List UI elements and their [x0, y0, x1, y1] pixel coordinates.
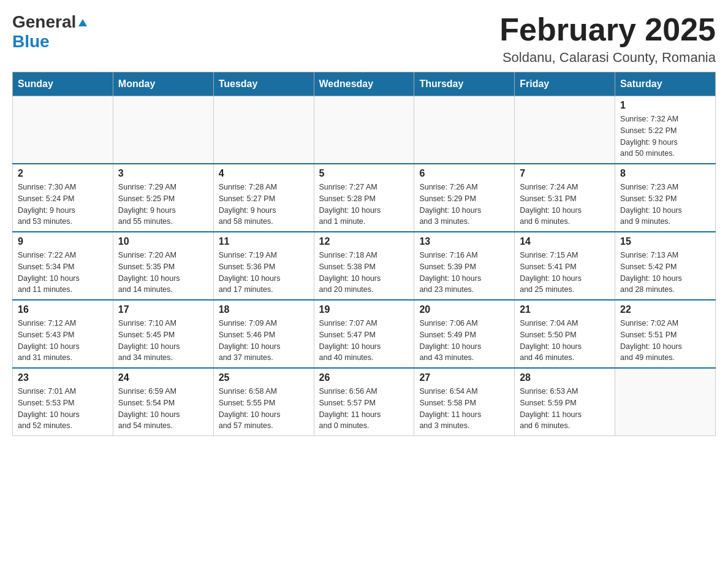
calendar-week-row: 2Sunrise: 7:30 AM Sunset: 5:24 PM Daylig…: [13, 164, 716, 232]
day-info: Sunrise: 7:20 AM Sunset: 5:35 PM Dayligh…: [118, 250, 208, 296]
day-number: 26: [319, 372, 409, 383]
day-number: 4: [219, 168, 309, 179]
weekday-header-friday: Friday: [515, 72, 615, 96]
logo-triangle-icon: [77, 17, 88, 28]
day-info: Sunrise: 7:15 AM Sunset: 5:41 PM Dayligh…: [520, 250, 610, 296]
day-info: Sunrise: 7:22 AM Sunset: 5:34 PM Dayligh…: [18, 250, 108, 296]
calendar-cell: 24Sunrise: 6:59 AM Sunset: 5:54 PM Dayli…: [113, 368, 213, 436]
day-number: 9: [18, 236, 108, 247]
calendar-cell: 22Sunrise: 7:02 AM Sunset: 5:51 PM Dayli…: [615, 300, 716, 368]
calendar-cell: [113, 96, 213, 164]
day-number: 3: [118, 168, 208, 179]
day-info: Sunrise: 7:26 AM Sunset: 5:29 PM Dayligh…: [419, 182, 509, 228]
logo: General Blue: [12, 12, 88, 52]
day-number: 19: [319, 304, 409, 315]
day-number: 13: [419, 236, 509, 247]
day-number: 27: [419, 372, 509, 383]
title-section: February 2025 Soldanu, Calarasi County, …: [499, 12, 716, 66]
day-info: Sunrise: 6:56 AM Sunset: 5:57 PM Dayligh…: [319, 386, 409, 432]
day-number: 15: [620, 236, 710, 247]
day-number: 28: [520, 372, 610, 383]
calendar-cell: 2Sunrise: 7:30 AM Sunset: 5:24 PM Daylig…: [13, 164, 113, 232]
day-info: Sunrise: 7:13 AM Sunset: 5:42 PM Dayligh…: [620, 250, 710, 296]
weekday-header-thursday: Thursday: [414, 72, 515, 96]
calendar-cell: [213, 96, 314, 164]
day-info: Sunrise: 7:27 AM Sunset: 5:28 PM Dayligh…: [319, 182, 409, 228]
day-number: 10: [118, 236, 208, 247]
calendar-cell: 13Sunrise: 7:16 AM Sunset: 5:39 PM Dayli…: [414, 232, 515, 300]
calendar-cell: 12Sunrise: 7:18 AM Sunset: 5:38 PM Dayli…: [314, 232, 414, 300]
weekday-header-sunday: Sunday: [13, 72, 113, 96]
day-info: Sunrise: 7:04 AM Sunset: 5:50 PM Dayligh…: [520, 318, 610, 364]
calendar-cell: [615, 368, 716, 436]
day-number: 5: [319, 168, 409, 179]
day-info: Sunrise: 7:24 AM Sunset: 5:31 PM Dayligh…: [520, 182, 610, 228]
day-number: 8: [620, 168, 710, 179]
calendar-cell: 17Sunrise: 7:10 AM Sunset: 5:45 PM Dayli…: [113, 300, 213, 368]
calendar-cell: 25Sunrise: 6:58 AM Sunset: 5:55 PM Dayli…: [213, 368, 314, 436]
month-title: February 2025: [499, 12, 716, 47]
calendar-cell: 18Sunrise: 7:09 AM Sunset: 5:46 PM Dayli…: [213, 300, 314, 368]
calendar-cell: 10Sunrise: 7:20 AM Sunset: 5:35 PM Dayli…: [113, 232, 213, 300]
calendar-cell: 19Sunrise: 7:07 AM Sunset: 5:47 PM Dayli…: [314, 300, 414, 368]
weekday-header-monday: Monday: [113, 72, 213, 96]
calendar-cell: 16Sunrise: 7:12 AM Sunset: 5:43 PM Dayli…: [13, 300, 113, 368]
day-number: 21: [520, 304, 610, 315]
calendar-cell: 1Sunrise: 7:32 AM Sunset: 5:22 PM Daylig…: [615, 96, 716, 164]
calendar-cell: 14Sunrise: 7:15 AM Sunset: 5:41 PM Dayli…: [515, 232, 615, 300]
calendar-cell: 28Sunrise: 6:53 AM Sunset: 5:59 PM Dayli…: [515, 368, 615, 436]
calendar-cell: 7Sunrise: 7:24 AM Sunset: 5:31 PM Daylig…: [515, 164, 615, 232]
day-info: Sunrise: 6:59 AM Sunset: 5:54 PM Dayligh…: [118, 386, 208, 432]
calendar-cell: 3Sunrise: 7:29 AM Sunset: 5:25 PM Daylig…: [113, 164, 213, 232]
calendar-cell: [515, 96, 615, 164]
day-info: Sunrise: 6:58 AM Sunset: 5:55 PM Dayligh…: [219, 386, 309, 432]
day-info: Sunrise: 7:02 AM Sunset: 5:51 PM Dayligh…: [620, 318, 710, 364]
calendar-week-row: 9Sunrise: 7:22 AM Sunset: 5:34 PM Daylig…: [13, 232, 716, 300]
day-info: Sunrise: 7:06 AM Sunset: 5:49 PM Dayligh…: [419, 318, 509, 364]
calendar-cell: 5Sunrise: 7:27 AM Sunset: 5:28 PM Daylig…: [314, 164, 414, 232]
day-number: 14: [520, 236, 610, 247]
day-number: 23: [18, 372, 108, 383]
calendar-cell: 6Sunrise: 7:26 AM Sunset: 5:29 PM Daylig…: [414, 164, 515, 232]
calendar-cell: 11Sunrise: 7:19 AM Sunset: 5:36 PM Dayli…: [213, 232, 314, 300]
calendar-cell: [414, 96, 515, 164]
day-number: 16: [18, 304, 108, 315]
day-info: Sunrise: 7:23 AM Sunset: 5:32 PM Dayligh…: [620, 182, 710, 228]
day-number: 6: [419, 168, 509, 179]
day-number: 12: [319, 236, 409, 247]
day-number: 2: [18, 168, 108, 179]
day-info: Sunrise: 7:10 AM Sunset: 5:45 PM Dayligh…: [118, 318, 208, 364]
svg-marker-0: [78, 19, 87, 26]
calendar-cell: 8Sunrise: 7:23 AM Sunset: 5:32 PM Daylig…: [615, 164, 716, 232]
calendar-cell: 9Sunrise: 7:22 AM Sunset: 5:34 PM Daylig…: [13, 232, 113, 300]
day-info: Sunrise: 7:16 AM Sunset: 5:39 PM Dayligh…: [419, 250, 509, 296]
day-number: 11: [219, 236, 309, 247]
day-info: Sunrise: 7:09 AM Sunset: 5:46 PM Dayligh…: [219, 318, 309, 364]
page-header: General Blue February 2025 Soldanu, Cala…: [12, 12, 716, 66]
calendar-cell: 20Sunrise: 7:06 AM Sunset: 5:49 PM Dayli…: [414, 300, 515, 368]
calendar-cell: 4Sunrise: 7:28 AM Sunset: 5:27 PM Daylig…: [213, 164, 314, 232]
day-info: Sunrise: 7:29 AM Sunset: 5:25 PM Dayligh…: [118, 182, 208, 228]
calendar-cell: 26Sunrise: 6:56 AM Sunset: 5:57 PM Dayli…: [314, 368, 414, 436]
calendar-cell: 27Sunrise: 6:54 AM Sunset: 5:58 PM Dayli…: [414, 368, 515, 436]
calendar-cell: 15Sunrise: 7:13 AM Sunset: 5:42 PM Dayli…: [615, 232, 716, 300]
calendar-cell: 23Sunrise: 7:01 AM Sunset: 5:53 PM Dayli…: [13, 368, 113, 436]
day-info: Sunrise: 6:53 AM Sunset: 5:59 PM Dayligh…: [520, 386, 610, 432]
day-info: Sunrise: 7:01 AM Sunset: 5:53 PM Dayligh…: [18, 386, 108, 432]
location-title: Soldanu, Calarasi County, Romania: [499, 50, 716, 66]
day-info: Sunrise: 7:12 AM Sunset: 5:43 PM Dayligh…: [18, 318, 108, 364]
weekday-header-saturday: Saturday: [615, 72, 716, 96]
day-info: Sunrise: 7:07 AM Sunset: 5:47 PM Dayligh…: [319, 318, 409, 364]
weekday-header-row: SundayMondayTuesdayWednesdayThursdayFrid…: [13, 72, 716, 96]
calendar-header: SundayMondayTuesdayWednesdayThursdayFrid…: [13, 72, 716, 96]
calendar-week-row: 16Sunrise: 7:12 AM Sunset: 5:43 PM Dayli…: [13, 300, 716, 368]
day-info: Sunrise: 6:54 AM Sunset: 5:58 PM Dayligh…: [419, 386, 509, 432]
day-number: 7: [520, 168, 610, 179]
calendar-cell: [314, 96, 414, 164]
day-info: Sunrise: 7:32 AM Sunset: 5:22 PM Dayligh…: [620, 113, 710, 159]
calendar-cell: [13, 96, 113, 164]
day-info: Sunrise: 7:18 AM Sunset: 5:38 PM Dayligh…: [319, 250, 409, 296]
weekday-header-tuesday: Tuesday: [213, 72, 314, 96]
day-number: 17: [118, 304, 208, 315]
day-number: 1: [620, 100, 710, 111]
